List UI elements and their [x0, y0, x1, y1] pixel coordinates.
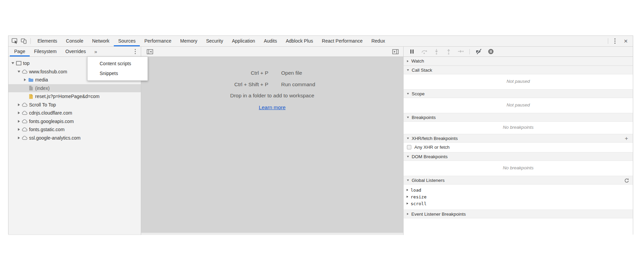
tab-console[interactable]: Console: [61, 36, 87, 46]
step-button[interactable]: [456, 47, 465, 56]
main-tabbar: Elements Console Network Sources Perform…: [8, 36, 633, 47]
step-out-button[interactable]: [444, 47, 453, 56]
tree-item-reset-js[interactable]: reset.js?p=HomePage&d=com: [8, 92, 141, 101]
refresh-global-listeners-icon[interactable]: [623, 177, 629, 183]
tab-audits[interactable]: Audits: [259, 36, 281, 46]
section-call-stack-header[interactable]: Call Stack: [404, 66, 633, 74]
tree-item-label: media: [35, 77, 48, 82]
tabbar-right-divider: [608, 38, 608, 44]
editor-toolbar: [141, 47, 404, 57]
section-event-listener-breakpoints-header[interactable]: Event Listener Breakpoints: [404, 210, 633, 218]
listener-row-scroll[interactable]: scroll: [404, 200, 633, 207]
tab-security[interactable]: Security: [202, 36, 228, 46]
more-tabs-chevron-icon[interactable]: »: [90, 49, 101, 54]
scope-message: Not paused: [404, 98, 633, 113]
menu-item-content-scripts[interactable]: Content scripts: [87, 59, 148, 69]
section-title: Event Listener Breakpoints: [411, 212, 466, 217]
inspect-element-icon[interactable]: [10, 37, 19, 46]
cloud-icon: [21, 119, 28, 124]
deactivate-breakpoints-button[interactable]: [474, 47, 483, 56]
tabbar-divider: [30, 38, 31, 44]
kebab-menu-icon[interactable]: [611, 37, 619, 46]
expander-collapsed-icon[interactable]: [17, 112, 21, 114]
tree-item-fonts-googleapis-com[interactable]: fonts.googleapis.com: [8, 117, 141, 126]
breakpoints-message: No breakpoints: [404, 122, 633, 134]
shortcut-row-run-command: Ctrl + Shift + P Run command: [209, 80, 335, 89]
hide-debugger-sidebar-icon[interactable]: [391, 47, 400, 56]
tab-sources[interactable]: Sources: [114, 36, 140, 46]
expander-expanded-icon[interactable]: [17, 71, 21, 73]
hide-navigator-icon[interactable]: [146, 47, 154, 56]
tree-item-label: top: [23, 61, 29, 66]
section-title: Global Listeners: [412, 178, 445, 183]
add-xhr-breakpoint-icon[interactable]: +: [623, 135, 629, 141]
section-global-listeners-header[interactable]: Global Listeners: [404, 176, 633, 185]
expander-expanded-icon: [407, 69, 409, 71]
cloud-icon: [21, 111, 28, 115]
device-toolbar-icon[interactable]: [19, 37, 28, 46]
expander-collapsed-icon: [407, 196, 408, 198]
navigator-toolbar: Page Filesystem Overrides »: [8, 47, 141, 57]
section-global-listeners: Global Listeners load: [404, 176, 633, 210]
menu-item-snippets[interactable]: Snippets: [87, 69, 148, 78]
folder-icon: [27, 77, 34, 82]
any-xhr-or-fetch-checkbox[interactable]: [407, 145, 411, 149]
expander-collapsed-icon[interactable]: [17, 103, 21, 106]
section-watch: Watch: [404, 57, 633, 66]
section-breakpoints-header[interactable]: Breakpoints: [404, 113, 633, 122]
expander-collapsed-icon[interactable]: [17, 120, 21, 123]
tab-elements[interactable]: Elements: [33, 36, 61, 46]
tab-adblock-plus[interactable]: Adblock Plus: [281, 36, 317, 46]
section-xhr-fetch-breakpoints-header[interactable]: XHR/fetch Breakpoints +: [404, 134, 633, 143]
cloud-icon: [21, 127, 28, 132]
debugger-sidebar: Watch Call Stack Not paused Scope Not pa…: [404, 57, 633, 235]
global-listeners-list: load resize scroll: [404, 185, 633, 210]
close-icon[interactable]: ✕: [621, 37, 630, 46]
frame-icon: [15, 61, 22, 66]
expander-collapsed-icon[interactable]: [17, 137, 21, 139]
tree-item-scroll-to-top[interactable]: Scroll To Top: [8, 101, 141, 109]
tab-application[interactable]: Application: [228, 36, 260, 46]
expander-collapsed-icon: [407, 60, 409, 62]
pause-on-exceptions-button[interactable]: [486, 47, 495, 56]
section-watch-header[interactable]: Watch: [404, 57, 633, 66]
tree-item-cdnjs-cloudflare-com[interactable]: cdnjs.cloudflare.com: [8, 109, 141, 117]
expander-expanded-icon: [407, 93, 409, 95]
navigator-tab-filesystem[interactable]: Filesystem: [30, 47, 61, 56]
expander-expanded-icon: [407, 138, 409, 139]
tab-react-performance[interactable]: React Performance: [317, 36, 367, 46]
navigator-kebab-menu-icon[interactable]: [131, 47, 139, 56]
expander-expanded-icon: [407, 179, 409, 181]
tree-item-ssl-google-analytics-com[interactable]: ssl.google-analytics.com: [8, 134, 141, 142]
listener-row-load[interactable]: load: [404, 187, 633, 193]
step-into-button[interactable]: [432, 47, 441, 56]
expander-expanded-icon: [407, 156, 409, 158]
pause-script-button[interactable]: [408, 47, 416, 56]
cloud-icon: [21, 136, 28, 140]
tab-memory[interactable]: Memory: [176, 36, 202, 46]
main-tabs: Elements Console Network Sources Perform…: [33, 36, 389, 46]
expander-expanded-icon[interactable]: [10, 62, 15, 64]
tab-performance[interactable]: Performance: [140, 36, 176, 46]
expander-collapsed-icon: [407, 202, 408, 204]
learn-more-link[interactable]: Learn more: [259, 104, 285, 111]
section-scope: Scope Not paused: [404, 89, 633, 113]
section-title: Call Stack: [412, 68, 432, 73]
listener-name: resize: [411, 194, 427, 199]
shortcut-keys: Ctrl + P: [209, 70, 268, 76]
tab-redux[interactable]: Redux: [367, 36, 389, 46]
step-over-button[interactable]: [420, 47, 429, 56]
navigator-tab-page[interactable]: Page: [10, 47, 30, 56]
shortcut-action: Open file: [281, 70, 335, 76]
tree-item-fonts-gstatic-com[interactable]: fonts.gstatic.com: [8, 125, 141, 134]
section-dom-breakpoints-header[interactable]: DOM Breakpoints: [404, 152, 633, 161]
devtools-window: Elements Console Network Sources Perform…: [8, 35, 633, 235]
tab-network[interactable]: Network: [88, 36, 114, 46]
call-stack-message: Not paused: [404, 74, 633, 89]
section-scope-header[interactable]: Scope: [404, 89, 633, 98]
tree-item-index[interactable]: (index): [8, 84, 141, 93]
listener-row-resize[interactable]: resize: [404, 193, 633, 200]
expander-collapsed-icon[interactable]: [17, 128, 21, 131]
navigator-tab-overrides[interactable]: Overrides: [61, 47, 91, 56]
expander-collapsed-icon[interactable]: [23, 78, 27, 81]
